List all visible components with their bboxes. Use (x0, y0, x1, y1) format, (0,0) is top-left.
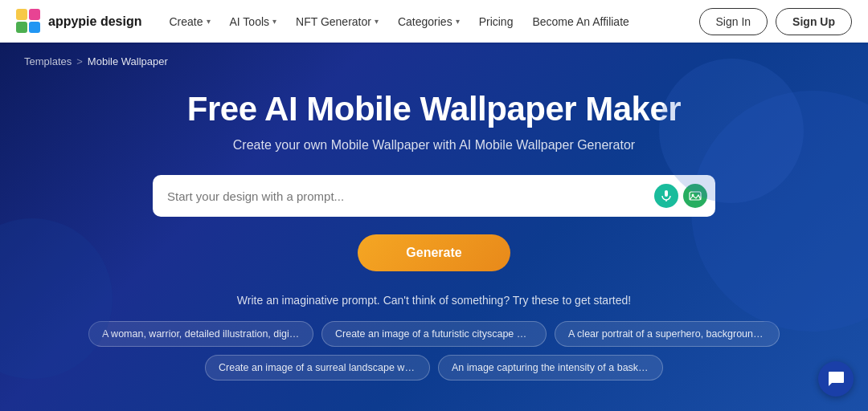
hero-title: Free AI Mobile Wallpaper Maker (187, 90, 681, 128)
prompt-input[interactable] (153, 175, 715, 217)
breadcrumb-parent[interactable]: Templates (24, 55, 72, 67)
chevron-down-icon: ▾ (207, 17, 211, 26)
navbar: appypie design Create ▾ AI Tools ▾ NFT G… (0, 0, 868, 43)
pill-4[interactable]: Create an image of a surreal landscape w… (205, 355, 430, 380)
breadcrumb-current: Mobile Wallpaper (88, 55, 168, 67)
chat-icon (827, 370, 845, 388)
chevron-down-icon: ▾ (375, 17, 379, 26)
breadcrumb: Templates > Mobile Wallpaper (24, 43, 168, 74)
nav-item-affiliate[interactable]: Become An Affiliate (524, 10, 637, 33)
logo-text: appypie design (48, 14, 141, 29)
hero-content: Free AI Mobile Wallpaper Maker Create yo… (0, 90, 868, 389)
logo[interactable]: appypie design (16, 9, 141, 35)
chevron-down-icon: ▾ (272, 17, 276, 26)
nav-item-pricing[interactable]: Pricing (471, 10, 522, 33)
signup-button[interactable]: Sign Up (776, 8, 852, 35)
prompt-search-bar (153, 175, 715, 217)
nav-item-categories[interactable]: Categories ▾ (390, 10, 468, 33)
svg-rect-4 (665, 190, 668, 197)
nav-item-create[interactable]: Create ▾ (161, 10, 218, 33)
pill-3[interactable]: A clear portrait of a superhero, backgro… (555, 321, 780, 347)
nav-item-aitools[interactable]: AI Tools ▾ (222, 10, 285, 33)
pill-2[interactable]: Create an image of a futuristic cityscap… (321, 321, 547, 347)
pills-row-1: A woman, warrior, detailed illustration,… (88, 321, 780, 347)
svg-rect-3 (29, 22, 40, 33)
pills-row-2: Create an image of a surreal landscape w… (205, 355, 663, 380)
pill-5[interactable]: An image capturing the intensity of a ba… (438, 355, 663, 380)
pill-1[interactable]: A woman, warrior, detailed illustration,… (88, 321, 313, 347)
nav-items: Create ▾ AI Tools ▾ NFT Generator ▾ Cate… (161, 10, 698, 33)
nav-item-nft[interactable]: NFT Generator ▾ (288, 10, 387, 33)
breadcrumb-separator: > (76, 55, 83, 67)
logo-icon (16, 9, 42, 35)
search-icon-group (654, 184, 707, 208)
svg-rect-1 (29, 9, 40, 20)
image-icon[interactable] (683, 184, 707, 208)
svg-rect-0 (16, 9, 27, 20)
nav-actions: Sign In Sign Up (699, 8, 852, 35)
signin-button[interactable]: Sign In (699, 8, 768, 35)
generate-button[interactable]: Generate (358, 234, 510, 271)
mic-icon[interactable] (654, 184, 678, 208)
chat-bubble-button[interactable] (818, 361, 854, 397)
svg-rect-2 (16, 22, 27, 33)
chevron-down-icon: ▾ (456, 17, 460, 26)
prompt-hint: Write an imaginative prompt. Can't think… (237, 294, 631, 307)
hero-section: Templates > Mobile Wallpaper Free AI Mob… (0, 43, 868, 411)
hero-subtitle: Create your own Mobile Wallpaper with AI… (233, 138, 635, 153)
